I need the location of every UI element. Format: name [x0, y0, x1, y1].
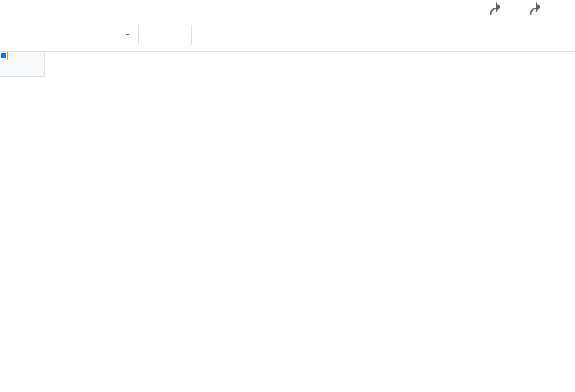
- undo-icon[interactable]: [487, 2, 504, 21]
- column-headers: [45, 52, 575, 77]
- divider: [138, 25, 139, 45]
- divider: [191, 25, 192, 45]
- redo-icon[interactable]: [527, 2, 544, 21]
- formula-bar-row: [0, 18, 575, 52]
- chevron-down-icon[interactable]: [123, 28, 132, 43]
- select-all-corner[interactable]: [0, 52, 45, 77]
- name-box[interactable]: [0, 18, 138, 51]
- spreadsheet-grid[interactable]: [0, 52, 575, 392]
- history-nav: [487, 2, 544, 21]
